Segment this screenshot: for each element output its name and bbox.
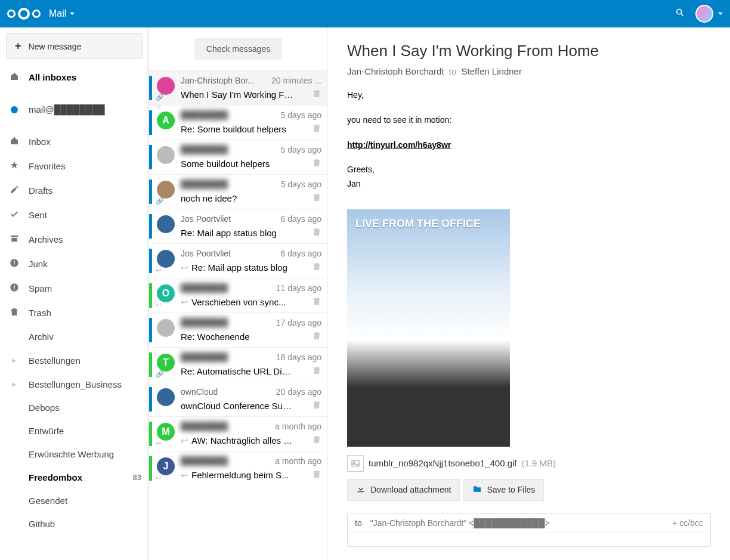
compose-ccbcc-toggle[interactable]: + cc/bcc [672,518,703,528]
sidebar-item-trash[interactable]: Trash [0,301,149,325]
search-icon[interactable] [675,8,685,20]
message-item[interactable]: Jos Poortvliet6 days agoRe: Mail app sta… [149,209,327,243]
mail-to: Steffen Lindner [461,66,521,76]
message-subject: ↩Verschieben von sync... [181,297,286,307]
check-messages-button[interactable]: Check messages [194,38,282,60]
message-item[interactable]: J████████a month ago↩Fehlermeldung beim … [149,451,327,485]
sidebar-all-inboxes[interactable]: All inboxes [0,65,149,89]
sidebar-item-spam[interactable]: Spam [0,276,149,301]
link-icon: 🔗 [156,197,164,205]
sidebar-item-inbox[interactable]: Inbox [0,129,149,154]
message-item[interactable]: A████████5 days agoRe: Some buildout hel… [149,105,327,140]
sidebar-item-label: Junk [29,259,48,269]
mail-meta: Jan-Christoph Borchardt to Steffen Lindn… [347,66,711,76]
message-item[interactable]: Jos Poortvliet6 days ago↩Re: Mail app st… [149,243,327,278]
sidebar-folder-gesendet[interactable]: Gesendet [0,489,149,512]
svg-rect-4 [14,265,14,265]
message-sender: ████████ [181,145,228,154]
sidebar-item-sent[interactable]: Sent [0,203,149,227]
trash-icon[interactable] [312,158,321,169]
message-time: 5 days ago [281,145,322,154]
trash-icon[interactable] [312,227,321,239]
sidebar-item-junk[interactable]: Junk [0,252,149,276]
trash-icon[interactable] [312,296,321,308]
sidebar-item-drafts[interactable]: Drafts [0,178,149,203]
message-item[interactable]: ownCloud20 days agoownCloud Conference S… [149,382,327,416]
message-subject: Re: Some buildout helpers [181,124,286,134]
message-sender: ████████ [181,283,228,293]
sidebar-folder-bestellungen[interactable]: ▸Bestellungen [0,348,149,372]
message-time: 6 days ago [281,249,322,258]
save-to-files-button[interactable]: Save to Files [463,479,544,501]
new-message-label: New message [29,42,82,51]
trash-icon[interactable] [312,366,321,377]
mail-embedded-image: LIVE FROM THE OFFICE [347,209,510,447]
topbar: Mail [0,0,730,27]
sidebar-folder-entwürfe[interactable]: Entwürfe [0,419,149,443]
message-avatar: J [157,457,175,475]
plus-icon: + [15,40,21,52]
mail-body-link[interactable]: http://tinyurl.com/h6ay8wr [347,140,451,150]
sidebar-item-label: Inbox [29,137,51,147]
message-item[interactable]: ████████5 days agoSome buildout helpers [149,140,327,174]
message-item[interactable]: O████████11 days ago↩Verschieben von syn… [149,278,327,313]
message-sender: ████████ [181,110,228,120]
trash-icon[interactable] [312,89,321,100]
check-icon [8,209,20,221]
trash-icon[interactable] [312,193,321,204]
sidebar-account[interactable]: mail@████████ [0,98,149,121]
user-avatar[interactable] [695,5,713,23]
attachment-row: tumblr_no982qxNjj1tsonebo1_400.gif (1.9 … [347,455,711,472]
message-time: 5 days ago [281,110,322,120]
message-subject: ↩Re: Mail app status blog [181,262,287,273]
sidebar-folder-github[interactable]: Github [0,512,149,536]
app-logo[interactable] [7,8,41,20]
mail-title: When I Say I'm Working From Home [347,42,711,60]
sidebar-folder-erwünschte werbung[interactable]: Erwünschte Werbung [0,443,149,466]
trash-icon[interactable] [312,400,321,412]
trash-icon[interactable] [312,331,321,342]
sidebar-folder-debops[interactable]: Debops [0,396,149,419]
attachment-name: tumblr_no982qxNjj1tsonebo1_400.gif [369,458,517,468]
message-sender: ownCloud [181,387,218,397]
message-item[interactable]: ████████17 days agoRe: Wochenende [149,313,327,347]
message-subject: ↩AW: Nachträglich alles gut... [181,435,294,445]
trash-icon[interactable] [312,435,321,446]
pencil-icon [8,185,20,196]
download-attachment-button[interactable]: Download attachment [347,479,460,501]
message-item[interactable]: M████████a month ago↩AW: Nachträglich al… [149,416,327,451]
mail-to-label: to [449,66,457,76]
trash-icon[interactable] [312,469,321,481]
app-switcher[interactable]: Mail [49,8,75,19]
folder-icon [472,484,482,496]
sidebar-item-favorites[interactable]: Favorites [0,154,149,178]
message-avatar [157,215,175,233]
message-item[interactable]: Jan-Christoph Bor...20 minutes ...When I… [149,70,327,105]
reply-icon: ↩ [181,470,188,480]
reply-icon: ↩ [156,301,161,309]
message-sender: ████████ [181,422,228,431]
trash-icon[interactable] [312,123,321,135]
sidebar-folder-archiv[interactable]: Archiv [0,325,149,348]
folder-label: Gesendet [29,496,67,506]
message-time: 11 days ago [276,283,321,293]
sidebar-folder-bestellungen_business[interactable]: ▸Bestellungen_Business [0,372,149,396]
sidebar-folder-freedombox[interactable]: Freedombox83 [0,466,149,489]
compose-body[interactable] [348,533,710,546]
message-time: a month ago [275,422,321,431]
message-avatar: M [157,423,175,441]
sidebar-item-archives[interactable]: Archives [0,227,149,252]
new-message-button[interactable]: + New message [6,33,143,59]
message-item[interactable]: T████████18 days agoRe: Automatische URL… [149,347,327,382]
mail-body: Hey, you need to see it in motion: http:… [347,88,711,191]
trash-icon[interactable] [312,262,321,273]
message-stripe [149,352,152,377]
user-menu-caret[interactable] [718,13,723,17]
sidebar: + New message All inboxes mail@████████ … [0,27,149,560]
message-avatar [157,319,175,337]
message-subject: Re: Wochenende [181,332,250,342]
message-stripe [149,76,152,100]
chevron-right-icon: ▸ [8,379,20,389]
message-item[interactable]: ████████5 days agonoch ne idee?🔗 [149,174,327,209]
compose-to-row[interactable]: to "Jan-Christoph Borchardt" <██████████… [348,513,710,533]
